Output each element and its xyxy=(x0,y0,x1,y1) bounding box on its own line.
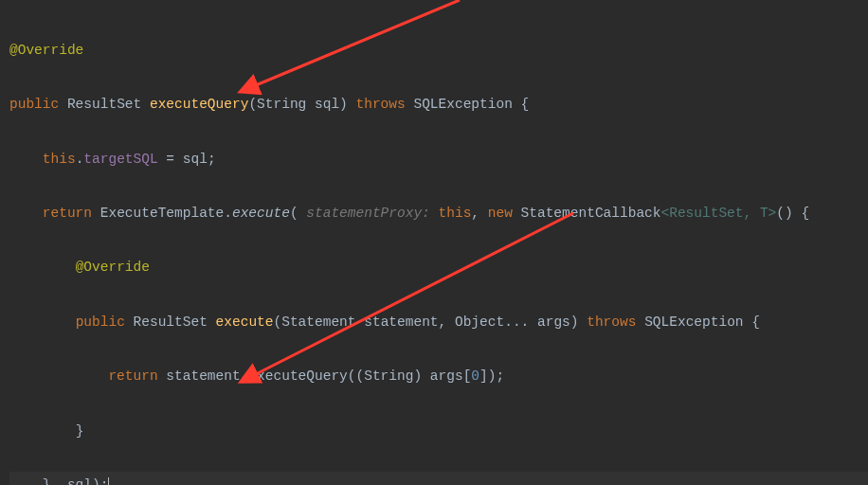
type: Object xyxy=(455,314,504,330)
brace: { xyxy=(521,97,530,112)
paren: ( xyxy=(248,97,257,112)
keyword: throws xyxy=(356,97,406,112)
paren: (( xyxy=(348,368,364,384)
paren: ) xyxy=(92,477,100,485)
number: 0 xyxy=(471,368,479,384)
annotation: @Override xyxy=(9,43,83,58)
keyword: new xyxy=(488,206,513,221)
keyword: throws xyxy=(587,314,636,330)
var: sql xyxy=(183,152,208,167)
brace: } xyxy=(43,477,51,485)
paren: ) xyxy=(570,314,579,330)
type: SQLException xyxy=(644,314,743,330)
type: String xyxy=(257,97,306,112)
code-line: } xyxy=(9,418,868,445)
semicolon: ; xyxy=(208,152,216,167)
static-call: execute xyxy=(232,206,290,221)
param: statement xyxy=(364,314,438,330)
paren: () xyxy=(776,206,792,221)
paren: ( xyxy=(290,206,298,221)
brace: } xyxy=(76,423,84,439)
code-line-highlight: }, sql); xyxy=(9,472,868,485)
brace: { xyxy=(751,314,760,330)
var: args xyxy=(430,368,463,384)
keyword: return xyxy=(108,368,157,384)
paren: ) xyxy=(339,97,348,112)
inlay-hint: statementProxy: xyxy=(298,206,439,221)
code-line: this.targetSQL = sql; xyxy=(9,146,868,173)
var: statement xyxy=(166,368,240,384)
dot: . xyxy=(224,206,232,221)
type: ResultSet xyxy=(67,97,141,112)
keyword: this xyxy=(439,206,472,221)
comma: , xyxy=(471,206,487,221)
eq: = xyxy=(158,152,183,167)
annotation: @Override xyxy=(76,260,150,275)
param: sql xyxy=(315,97,339,112)
method-name: execute xyxy=(216,314,274,330)
comma: , xyxy=(51,477,67,485)
keyword: this xyxy=(43,152,76,167)
brace: { xyxy=(793,206,809,221)
keyword: public xyxy=(9,97,59,112)
type: ResultSet xyxy=(134,314,208,330)
class: ExecuteTemplate xyxy=(100,206,225,221)
comma: , xyxy=(439,314,455,330)
paren: ) xyxy=(413,368,429,384)
code-line: public ResultSet executeQuery(String sql… xyxy=(9,91,868,118)
caret xyxy=(108,477,109,485)
type: StatementCallback xyxy=(521,206,661,221)
type: SQLException xyxy=(413,97,512,112)
paren: ( xyxy=(274,314,282,330)
var: sql xyxy=(67,477,92,485)
type: String xyxy=(364,368,413,384)
code-block: @Override public ResultSet executeQuery(… xyxy=(0,0,868,485)
param: args xyxy=(537,314,570,330)
generic: <ResultSet, T> xyxy=(661,206,777,221)
field: targetSQL xyxy=(83,152,157,167)
keyword: return xyxy=(43,206,92,221)
code-line: @Override xyxy=(9,37,868,64)
varargs: ... xyxy=(504,314,537,330)
bracket: ]); xyxy=(479,368,504,384)
method-name: executeQuery xyxy=(150,97,248,112)
call: executeQuery xyxy=(248,368,347,384)
code-line: return ExecuteTemplate.execute( statemen… xyxy=(9,200,868,227)
code-line: @Override xyxy=(9,254,868,281)
code-line: return statement.executeQuery((String) a… xyxy=(9,363,868,390)
code-line: public ResultSet execute(Statement state… xyxy=(9,309,868,336)
keyword: public xyxy=(76,314,125,330)
type: Statement xyxy=(281,314,355,330)
